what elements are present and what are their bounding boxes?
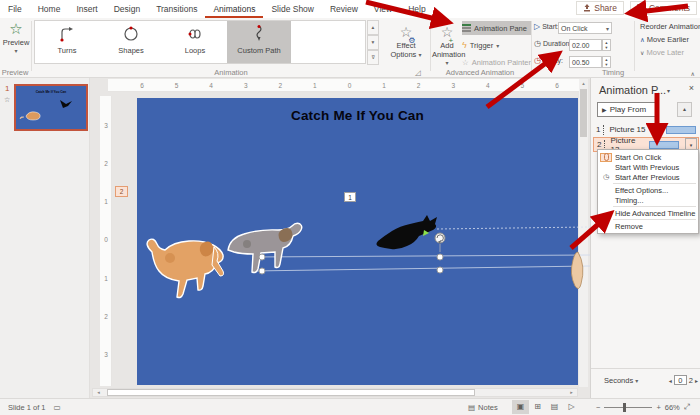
- zoom-in-icon[interactable]: +: [656, 403, 660, 412]
- timeline-bar[interactable]: [666, 126, 696, 134]
- tab-file[interactable]: File: [0, 1, 30, 18]
- gallery-item-shapes[interactable]: Shapes: [99, 21, 163, 63]
- effect-options-button[interactable]: ☆⚙ Effect Options ▾: [384, 22, 428, 59]
- fit-to-window-icon[interactable]: ⤢: [684, 402, 690, 412]
- delay-spinner[interactable]: ▴ ▾: [602, 56, 611, 68]
- trigger-button[interactable]: ϟ Trigger ▾: [462, 38, 532, 52]
- gallery-scroll-up-icon[interactable]: ▴: [367, 20, 379, 35]
- pane-close-icon[interactable]: ×: [689, 83, 694, 93]
- duration-input[interactable]: 02.00: [569, 39, 602, 51]
- menu-item-start-after-previous[interactable]: ◷ Start After Previous: [598, 172, 698, 182]
- view-slide-sorter-icon[interactable]: ⊞: [529, 400, 546, 414]
- timeline-zoom-out-icon[interactable]: ◂: [669, 377, 672, 384]
- delay-label: Delay:: [543, 57, 563, 64]
- menu-item-timing[interactable]: Timing...: [598, 195, 698, 205]
- view-normal-icon[interactable]: ▣: [512, 400, 529, 414]
- collapse-ribbon-icon[interactable]: ∧: [691, 70, 695, 77]
- menu-item-remove[interactable]: Remove: [598, 221, 698, 231]
- menu-item-start-with-previous[interactable]: Start With Previous: [598, 162, 698, 172]
- chevron-down-icon: ∨: [640, 50, 644, 56]
- add-animation-button[interactable]: ☆+ Add Animation ▾: [432, 22, 462, 68]
- tab-transitions[interactable]: Transitions: [148, 1, 205, 18]
- animation-number-tag-2[interactable]: 2: [115, 186, 128, 197]
- delay-input[interactable]: 00.50: [569, 56, 602, 68]
- comments-button[interactable]: Comments: [630, 1, 697, 15]
- timeline-zoom-in-icon[interactable]: ▸: [695, 377, 698, 384]
- timeline-tick-start: 0: [674, 375, 687, 385]
- chevron-down-icon: ▾: [445, 60, 448, 66]
- display-settings-icon[interactable]: ▭: [54, 403, 61, 412]
- tab-design[interactable]: Design: [106, 1, 148, 18]
- gallery-scroll-down-icon[interactable]: ▾: [367, 35, 379, 50]
- zoom-level[interactable]: 66%: [665, 403, 680, 412]
- thumbnail-graphics: [16, 88, 86, 128]
- ruler-number: 5: [170, 79, 184, 92]
- scroll-left-icon[interactable]: ◂: [94, 389, 103, 396]
- tab-home[interactable]: Home: [30, 1, 69, 18]
- animation-number-tag-1[interactable]: 1: [344, 192, 356, 202]
- spinner-down-icon[interactable]: ▾: [605, 62, 607, 67]
- play-from-button[interactable]: ▶ Play From: [597, 102, 659, 117]
- scroll-right-icon[interactable]: ▸: [567, 389, 576, 396]
- notes-button[interactable]: ▤ Notes: [468, 403, 498, 412]
- menu-item-start-on-click[interactable]: Start On Click: [598, 152, 698, 162]
- slide-title[interactable]: Catch Me If You Can: [137, 108, 578, 123]
- tab-slide-show[interactable]: Slide Show: [263, 1, 322, 18]
- zoom-out-icon[interactable]: −: [596, 403, 600, 412]
- scroll-up-icon[interactable]: ▴: [579, 79, 588, 87]
- animation-indicator-star-icon[interactable]: ☆: [4, 96, 10, 104]
- advanced-animation-group-label: Advanced Animation: [430, 68, 530, 77]
- zoom-slider-knob[interactable]: [623, 403, 626, 412]
- animation-group-label: Animation: [34, 68, 428, 77]
- animation-pane-icon: [462, 24, 471, 32]
- vscroll-thumb[interactable]: [580, 89, 587, 137]
- zoom-slider[interactable]: [604, 407, 652, 408]
- slide-canvas[interactable]: Catch Me If You Can: [137, 98, 578, 385]
- animation-dialog-launcher-icon[interactable]: ◿: [408, 68, 428, 77]
- slide-thumbnail[interactable]: Catch Me If You Can: [14, 84, 88, 131]
- view-reading-icon[interactable]: ▤: [546, 400, 563, 414]
- ruler-number: 4: [481, 79, 495, 92]
- seconds-dropdown[interactable]: Seconds ▾: [604, 376, 638, 385]
- preview-button[interactable]: ☆ Preview ▾: [2, 20, 30, 64]
- duration-spinner[interactable]: ▴ ▾: [602, 39, 611, 51]
- timeline-bar[interactable]: [649, 141, 679, 149]
- gallery-item-custom-path[interactable]: Custom Path: [227, 21, 291, 63]
- chevron-down-icon: ▾: [606, 25, 609, 32]
- start-select[interactable]: On Click ▾: [558, 22, 612, 34]
- tab-view[interactable]: View: [366, 1, 400, 18]
- tab-animations[interactable]: Animations: [205, 1, 263, 18]
- pane-options-dropdown-icon[interactable]: ▾: [667, 87, 670, 94]
- ruler-number: 2: [100, 160, 112, 167]
- ruler-number: 5: [515, 79, 529, 92]
- move-earlier-button[interactable]: ∧ Move Earlier: [640, 35, 700, 44]
- ruler-number: 3: [446, 79, 460, 92]
- horizontal-ruler: 6543210123456: [108, 79, 588, 92]
- animation-painter-button: ☆ Animation Painter: [462, 55, 532, 69]
- gallery-item-turns[interactable]: Turns: [35, 21, 99, 63]
- move-later-button: ∨ Move Later: [640, 48, 700, 57]
- gallery-item-loops[interactable]: Loops: [163, 21, 227, 63]
- chevron-down-icon: ▾: [496, 42, 499, 49]
- tab-review[interactable]: Review: [322, 1, 366, 18]
- ruler-number: 3: [239, 79, 253, 92]
- view-slideshow-icon[interactable]: ▷: [563, 400, 580, 414]
- horizontal-scrollbar[interactable]: ◂ ▸: [92, 388, 578, 397]
- pane-scroll-up-button[interactable]: ▴: [677, 102, 692, 117]
- menu-item-effect-options[interactable]: Effect Options...: [598, 185, 698, 195]
- vertical-scrollbar[interactable]: ▴: [579, 79, 588, 387]
- animation-pane-button[interactable]: Animation Pane: [462, 21, 532, 35]
- tab-insert[interactable]: Insert: [68, 1, 105, 18]
- chevron-up-icon: ∧: [640, 36, 645, 43]
- hscroll-thumb[interactable]: [107, 389, 475, 396]
- menu-item-hide-advanced-timeline[interactable]: Hide Advanced Timeline: [598, 208, 698, 218]
- gear-icon: ⚙: [408, 31, 415, 51]
- spinner-down-icon[interactable]: ▾: [605, 45, 607, 50]
- gallery-more-icon[interactable]: ⊽: [367, 50, 379, 65]
- ruler-number: 2: [412, 79, 426, 92]
- motion-path-icon: [604, 140, 607, 150]
- share-button[interactable]: Share: [576, 1, 624, 15]
- animation-pane-title: Animation P...: [599, 84, 666, 96]
- ruler-number: 6: [550, 79, 564, 92]
- tab-help[interactable]: Help: [400, 1, 433, 18]
